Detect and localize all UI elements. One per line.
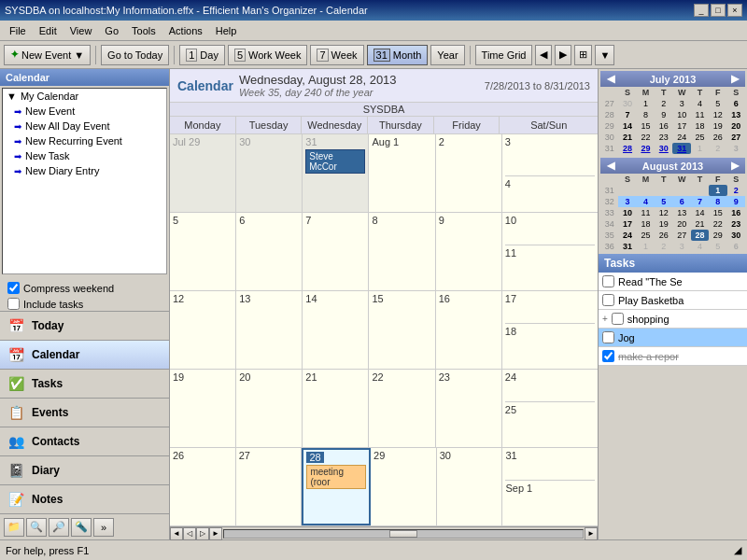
aug-prev-button[interactable]: ◀ — [604, 160, 617, 172]
nav-contacts[interactable]: 👥 Contacts — [0, 427, 169, 455]
cal-cell[interactable]: 12 — [170, 291, 236, 369]
task-checkbox[interactable] — [602, 294, 614, 306]
aug-date[interactable] — [637, 185, 655, 196]
maximize-button[interactable]: □ — [711, 4, 726, 17]
july-date[interactable]: 7 — [618, 109, 636, 120]
sidebar-tb-btn4[interactable]: 🔦 — [71, 518, 92, 537]
aug-date[interactable]: 27 — [672, 230, 690, 241]
cal-cell[interactable]: 2 — [436, 134, 502, 212]
aug-date[interactable]: 2 — [727, 185, 745, 196]
july-date[interactable]: 25 — [691, 132, 709, 143]
aug-date[interactable] — [691, 185, 709, 196]
july-date[interactable]: 31 — [672, 143, 690, 154]
scroll-end-btn[interactable]: ► — [585, 527, 598, 540]
july-date[interactable]: 30 — [655, 143, 672, 154]
july-date[interactable]: 3 — [727, 143, 745, 154]
extra-nav-button[interactable]: ⊞ — [574, 45, 592, 65]
aug-date-6[interactable]: 6 — [672, 196, 690, 207]
event-meeting[interactable]: meeting (roor — [306, 465, 366, 489]
cal-cell[interactable]: 26 — [170, 448, 236, 525]
aug-date[interactable] — [655, 185, 672, 196]
cal-cell[interactable]: 5 — [170, 213, 236, 290]
cal-cell[interactable]: 27 — [236, 448, 303, 525]
july-date[interactable]: 22 — [637, 132, 655, 143]
cal-cell[interactable]: 19 — [170, 370, 236, 447]
task-checkbox[interactable] — [602, 331, 614, 343]
july-date[interactable]: 26 — [709, 132, 726, 143]
new-event-item[interactable]: ➡ New Event — [3, 104, 166, 119]
work-week-button[interactable]: 5 Work Week — [228, 45, 308, 65]
cal-cell[interactable]: 31 Steve McCor — [303, 134, 369, 212]
aug-date[interactable]: 10 — [618, 207, 636, 218]
aug-date[interactable]: 30 — [727, 230, 745, 241]
cal-cell[interactable]: 23 — [436, 370, 502, 447]
july-date[interactable]: 6 — [727, 98, 745, 109]
aug-date[interactable]: 17 — [618, 218, 636, 230]
compress-weekend-check[interactable]: Compress weekend — [4, 280, 165, 296]
aug-date-3[interactable]: 3 — [618, 196, 636, 207]
july-date[interactable]: 13 — [727, 109, 745, 120]
aug-date-7[interactable]: 7 — [691, 196, 709, 207]
july-date[interactable]: 17 — [672, 120, 690, 132]
aug-date[interactable]: 16 — [727, 207, 745, 218]
cal-cell[interactable]: 24 25 — [502, 370, 598, 447]
menu-actions[interactable]: Actions — [163, 23, 208, 38]
menu-view[interactable]: View — [64, 23, 98, 38]
nav-diary[interactable]: 📓 Diary — [0, 455, 169, 484]
menu-tools[interactable]: Tools — [126, 23, 162, 38]
prev-nav-button[interactable]: ◀ — [535, 45, 552, 65]
sidebar-tb-btn3[interactable]: 🔎 — [49, 518, 69, 537]
cal-cell[interactable]: Aug 1 — [369, 134, 435, 212]
july-date[interactable]: 15 — [637, 120, 655, 132]
sidebar-more-button[interactable]: » — [93, 518, 114, 537]
cal-cell[interactable]: 3 4 — [502, 134, 598, 212]
cal-cell[interactable]: 21 — [303, 370, 369, 447]
aug-date-8[interactable]: 8 — [709, 196, 726, 207]
aug-date[interactable] — [672, 185, 690, 196]
menu-file[interactable]: File — [4, 23, 32, 38]
month-button[interactable]: 31 Month — [367, 45, 429, 65]
extra-nav-button2[interactable]: ▼ — [595, 45, 614, 65]
aug-date[interactable]: 31 — [618, 241, 636, 252]
event-steve[interactable]: Steve McCor — [305, 149, 365, 174]
july-date[interactable]: 21 — [618, 132, 636, 143]
scroll-right-btn[interactable]: ► — [209, 527, 222, 540]
july-date[interactable]: 18 — [691, 120, 709, 132]
july-date[interactable]: 10 — [672, 109, 690, 120]
july-date[interactable]: 11 — [691, 109, 709, 120]
minimize-button[interactable]: _ — [694, 4, 709, 17]
cal-cell[interactable]: 30 — [437, 448, 503, 525]
new-diary-entry-item[interactable]: ➡ New Diary Entry — [3, 163, 166, 178]
aug-date[interactable] — [618, 185, 636, 196]
july-date[interactable]: 4 — [691, 98, 709, 109]
aug-date-9[interactable]: 9 — [727, 196, 745, 207]
july-date[interactable]: 3 — [672, 98, 690, 109]
cal-cell[interactable]: 31 Sep 1 — [502, 448, 598, 525]
cal-cell[interactable]: 7 — [303, 213, 369, 290]
aug-date[interactable]: 25 — [637, 230, 655, 241]
july-date[interactable]: 16 — [655, 120, 672, 132]
july-next-button[interactable]: ▶ — [728, 73, 741, 85]
aug-date[interactable]: 1 — [637, 241, 655, 252]
aug-date[interactable]: 23 — [727, 218, 745, 230]
task-checkbox[interactable] — [612, 313, 624, 325]
task-expand-icon[interactable]: + — [602, 314, 608, 324]
task-checkbox[interactable] — [602, 350, 614, 362]
july-date[interactable]: 30 — [618, 98, 636, 109]
july-date[interactable]: 2 — [709, 143, 726, 154]
aug-date[interactable]: 21 — [691, 218, 709, 230]
aug-date-1[interactable]: 1 — [709, 185, 726, 196]
aug-date-5[interactable]: 5 — [655, 196, 672, 207]
aug-next-button[interactable]: ▶ — [728, 160, 741, 172]
aug-date[interactable]: 14 — [691, 207, 709, 218]
task-checkbox[interactable] — [602, 275, 614, 287]
day-button[interactable]: 1 Day — [179, 45, 225, 65]
july-date[interactable]: 28 — [618, 143, 636, 154]
aug-date[interactable]: 3 — [672, 241, 690, 252]
new-event-button[interactable]: ✦ New Event ▼ — [4, 45, 91, 65]
nav-tasks[interactable]: ✅ Tasks — [0, 369, 169, 398]
cal-cell[interactable]: 10 11 — [502, 213, 598, 290]
cal-cell[interactable]: 6 — [236, 213, 303, 290]
cal-cell[interactable]: 17 18 — [502, 291, 598, 369]
july-date[interactable]: 12 — [709, 109, 726, 120]
